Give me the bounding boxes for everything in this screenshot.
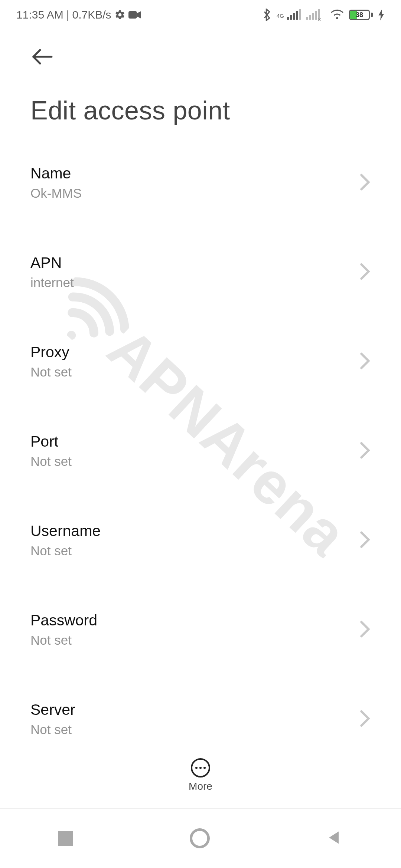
setting-value: Not set [30, 365, 359, 379]
chevron-right-icon [359, 710, 371, 729]
setting-label: Name [30, 165, 359, 182]
chevron-right-icon [359, 531, 371, 550]
more-label: More [189, 780, 212, 792]
settings-list: Name Ok-MMS APN internet Proxy Not set [30, 151, 371, 826]
setting-label: Password [30, 612, 359, 629]
nav-back-button[interactable] [326, 829, 343, 847]
chevron-right-icon [359, 263, 371, 282]
setting-value: internet [30, 275, 359, 290]
setting-label: Port [30, 433, 359, 450]
setting-value: Ok-MMS [30, 186, 359, 201]
setting-item-server[interactable]: Server Not set [30, 688, 371, 750]
battery-percent: 38 [350, 11, 369, 19]
status-separator: | [66, 9, 69, 21]
status-time: 11:35 AM [16, 9, 63, 21]
setting-label: Proxy [30, 343, 359, 361]
setting-label: Server [30, 701, 359, 719]
system-nav-bar [0, 809, 401, 868]
setting-value: Not set [30, 543, 359, 558]
chevron-right-icon [359, 441, 371, 461]
battery-indicator: 38 [349, 10, 373, 20]
setting-value: Not set [30, 454, 359, 469]
setting-value: Not set [30, 722, 359, 737]
bluetooth-icon [263, 9, 271, 21]
setting-label: Username [30, 522, 359, 540]
gear-icon [114, 9, 125, 20]
chevron-right-icon [359, 352, 371, 371]
back-button[interactable] [30, 63, 53, 69]
wifi-icon [330, 8, 344, 22]
svg-rect-0 [128, 11, 137, 19]
setting-item-username[interactable]: Username Not set [30, 509, 371, 572]
setting-item-password[interactable]: Password Not set [30, 598, 371, 661]
status-bar: 11:35 AM | 0.7KB/s 4G 38 [0, 0, 401, 30]
setting-value: Not set [30, 633, 359, 648]
nav-recent-button[interactable] [58, 831, 73, 846]
nav-home-button[interactable] [190, 828, 210, 848]
setting-item-proxy[interactable]: Proxy Not set [30, 330, 371, 393]
setting-label: APN [30, 254, 359, 272]
video-camera-icon [128, 10, 141, 20]
status-data-speed: 0.7KB/s [72, 9, 111, 21]
charging-icon [378, 9, 385, 20]
signal-sim2-icon [306, 10, 325, 20]
page-title: Edit access point [30, 96, 371, 125]
setting-item-port[interactable]: Port Not set [30, 420, 371, 482]
chevron-right-icon [359, 620, 371, 640]
setting-item-name[interactable]: Name Ok-MMS [30, 151, 371, 214]
more-icon [191, 758, 210, 777]
setting-item-apn[interactable]: APN internet [30, 241, 371, 303]
more-button[interactable]: More [0, 753, 401, 809]
chevron-right-icon [359, 173, 371, 193]
signal-sim1-icon [287, 10, 301, 20]
network-type-label: 4G [277, 13, 284, 19]
